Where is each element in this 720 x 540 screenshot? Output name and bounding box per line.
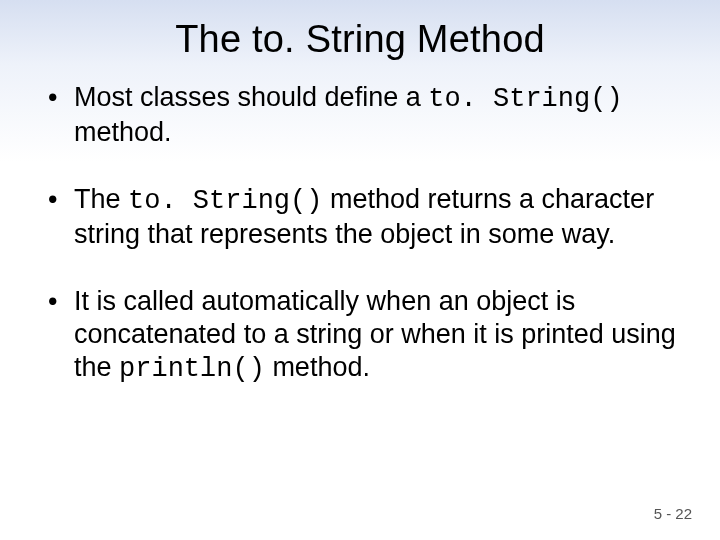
bullet-item: Most classes should define a to. String(… [48,81,680,149]
bullet-item: The to. String() method returns a charac… [48,183,680,251]
code-snippet: to. String() [428,84,622,114]
bullet-text-pre: Most classes should define a [74,82,428,112]
bullet-list: Most classes should define a to. String(… [48,81,680,386]
bullet-item: It is called automatically when an objec… [48,285,680,386]
bullet-text-post: method. [74,117,172,147]
slide: The to. String Method Most classes shoul… [0,0,720,540]
slide-title: The to. String Method [0,0,720,71]
bullet-text-pre: The [74,184,128,214]
bullet-text-post: method. [265,352,370,382]
code-snippet: println() [119,354,265,384]
code-snippet: to. String() [128,186,322,216]
page-number: 5 - 22 [654,505,692,522]
slide-body: Most classes should define a to. String(… [0,71,720,386]
